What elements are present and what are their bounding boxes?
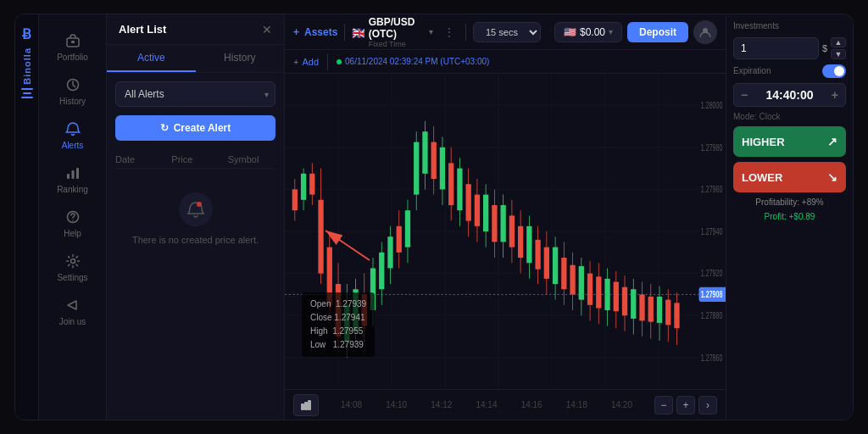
- alert-tabs: Active History: [107, 45, 284, 73]
- time-decrement-button[interactable]: −: [741, 88, 748, 102]
- col-symbol: Symbol: [228, 154, 275, 164]
- tab-history[interactable]: History: [196, 45, 285, 72]
- time-increment-button[interactable]: +: [832, 88, 838, 102]
- svg-rect-102: [622, 287, 627, 315]
- svg-rect-110: [657, 297, 662, 323]
- svg-rect-56: [422, 131, 427, 174]
- sidebar-item-portfolio[interactable]: Portfolio: [39, 25, 106, 69]
- ranking-label: Ranking: [57, 185, 88, 194]
- add-button[interactable]: + Add: [293, 57, 319, 67]
- sidebar-item-history[interactable]: History: [39, 69, 106, 113]
- svg-rect-80: [526, 226, 531, 263]
- time-interval-select[interactable]: 15 secs: [473, 22, 541, 42]
- empty-icon: [179, 192, 213, 226]
- svg-rect-76: [509, 215, 515, 247]
- svg-rect-88: [561, 258, 566, 289]
- arrow-down-icon: ↘: [827, 170, 837, 184]
- svg-text:1.27860: 1.27860: [701, 353, 723, 363]
- investments-label: Investments: [733, 21, 846, 31]
- chart-area: + Assets 🇬🇧 GBP/USD (OTC) Fixed Time ▾ ⋮…: [285, 14, 726, 420]
- create-alert-button[interactable]: ↻ Create Alert: [115, 115, 275, 141]
- expiration-toggle[interactable]: [822, 64, 846, 78]
- chart-subbar: + Add 06/11/2024 02:39:24 PM (UTC+03:00): [285, 50, 726, 74]
- zoom-fit-button[interactable]: ›: [698, 396, 717, 415]
- svg-text:1.27920: 1.27920: [701, 269, 723, 279]
- time-label-4: 14:14: [476, 400, 497, 409]
- profitability-label: Profitability: +89%: [733, 198, 846, 207]
- time-label-1: 14:08: [341, 400, 362, 409]
- close-button[interactable]: ✕: [262, 24, 272, 36]
- sidebar-item-settings[interactable]: Settings: [39, 245, 106, 289]
- svg-rect-104: [631, 289, 636, 319]
- zoom-controls: − + ›: [654, 396, 717, 415]
- time-label-6: 14:18: [566, 400, 587, 409]
- balance-section: 🇺🇸 $0.00 ▾ Deposit: [554, 20, 717, 44]
- asset-section: + Assets: [293, 26, 337, 38]
- refresh-icon: ↻: [160, 122, 169, 134]
- svg-rect-108: [648, 297, 654, 322]
- investment-input[interactable]: [733, 37, 819, 59]
- svg-point-7: [72, 220, 74, 221]
- plus-icon: +: [293, 26, 299, 38]
- alert-table-header: Date Price Symbol: [115, 151, 275, 169]
- expiration-time-value: 14:40:00: [765, 88, 813, 102]
- pair-name: GBP/USD (OTC): [369, 16, 426, 40]
- chart-tools-button[interactable]: [293, 394, 319, 416]
- col-date: Date: [115, 154, 163, 164]
- svg-rect-58: [431, 142, 437, 179]
- history-icon: [64, 75, 82, 94]
- svg-point-9: [197, 202, 202, 207]
- sidebar-item-help[interactable]: Help: [39, 201, 106, 245]
- settings-icon: [64, 252, 82, 270]
- svg-rect-127: [301, 403, 304, 410]
- svg-rect-82: [535, 240, 540, 270]
- time-label-5: 14:16: [521, 400, 542, 409]
- alert-filter-wrap: All Alerts ▾: [115, 81, 275, 107]
- sidebar-item-joinus[interactable]: Join us: [39, 289, 106, 333]
- zoom-out-button[interactable]: −: [654, 396, 673, 415]
- investment-decrement-button[interactable]: ▼: [831, 49, 846, 59]
- tab-active[interactable]: Active: [107, 45, 196, 72]
- user-avatar[interactable]: [693, 20, 717, 44]
- ranking-icon: [64, 164, 82, 182]
- svg-rect-52: [405, 210, 410, 247]
- time-label-7: 14:20: [611, 400, 632, 409]
- help-icon: [64, 208, 82, 226]
- more-options-icon[interactable]: ⋮: [440, 24, 459, 41]
- profit-value: Profit: +$0.89: [733, 212, 846, 221]
- empty-state: There is no created price alert.: [115, 175, 275, 262]
- svg-point-8: [70, 259, 75, 264]
- sidebar-item-alerts[interactable]: Alerts: [39, 113, 106, 157]
- settings-label: Settings: [57, 273, 87, 282]
- sidebar-item-ranking[interactable]: Ranking: [39, 157, 106, 201]
- brand-decoration: [21, 88, 33, 98]
- balance-chevron-icon: ▾: [609, 27, 613, 36]
- zoom-in-button[interactable]: +: [676, 396, 695, 415]
- svg-rect-100: [614, 282, 619, 312]
- svg-rect-1: [71, 41, 75, 43]
- joinus-label: Join us: [59, 317, 86, 326]
- chart-canvas[interactable]: 1.28000 1.27980 1.27960 1.27940 1.27920 …: [285, 74, 726, 389]
- time-label-2: 14:10: [386, 400, 407, 409]
- assets-label[interactable]: Assets: [304, 26, 337, 38]
- higher-button[interactable]: HIGHER ↗: [733, 126, 846, 157]
- pair-selector[interactable]: 🇬🇧 GBP/USD (OTC) Fixed Time ▾: [352, 16, 433, 48]
- portfolio-label: Portfolio: [57, 53, 88, 62]
- alert-panel: Alert List ✕ Active History All Alerts ▾…: [107, 14, 285, 420]
- alert-panel-title: Alert List: [119, 23, 166, 36]
- chevron-down-icon: ▾: [429, 27, 433, 36]
- svg-rect-3: [67, 174, 70, 179]
- right-panel: Investments $ ▲ ▼ Expiration − 14:40:00 …: [726, 14, 853, 420]
- svg-rect-48: [387, 236, 392, 268]
- svg-rect-74: [500, 205, 505, 242]
- lower-button[interactable]: LOWER ↘: [733, 162, 846, 192]
- sidebar: Portfolio History Alerts Ranking Help: [39, 14, 107, 420]
- svg-rect-128: [304, 402, 308, 410]
- investment-increment-button[interactable]: ▲: [831, 37, 846, 47]
- svg-text:1.28000: 1.28000: [701, 100, 723, 110]
- ohlc-box: Open 1.27939 Close 1.27941 High 1.27955 …: [302, 292, 375, 357]
- chart-bottom-bar: 14:08 14:10 14:12 14:14 14:16 14:18 14:2…: [285, 389, 726, 420]
- deposit-button[interactable]: Deposit: [627, 22, 688, 42]
- svg-rect-4: [71, 170, 74, 179]
- alert-filter-select[interactable]: All Alerts: [115, 81, 275, 107]
